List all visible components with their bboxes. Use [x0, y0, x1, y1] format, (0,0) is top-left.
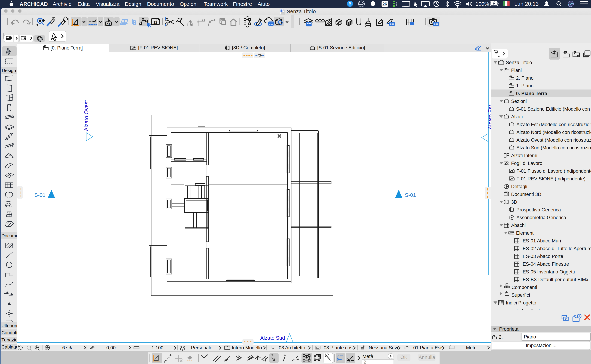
svg-text:IES-03 Abaco Porte: IES-03 Abaco Porte — [521, 254, 563, 259]
svg-text:Abachi: Abachi — [511, 223, 526, 228]
svg-text:0. Piano Terra: 0. Piano Terra — [516, 91, 547, 96]
svg-text:03 Architetto...: 03 Architetto... — [279, 345, 309, 351]
svg-text:Tubazio: Tubazio — [1, 337, 18, 343]
svg-text:26: 26 — [382, 2, 387, 6]
svg-text:Lun 20:13: Lun 20:13 — [514, 1, 539, 7]
svg-text:OK: OK — [400, 354, 408, 360]
svg-text:2: 2 — [364, 359, 366, 364]
svg-text:Sezioni: Sezioni — [511, 99, 527, 104]
svg-text:Alzato Nord (Modello con ricos: Alzato Nord (Modello con ricostruzione a — [516, 130, 591, 135]
svg-text:F-01 Flusso di Lavoro (Indipen: F-01 Flusso di Lavoro (Indipendente) — [516, 169, 591, 174]
svg-text:Condutt: Condutt — [1, 330, 18, 335]
svg-text:3D: 3D — [511, 199, 517, 205]
svg-text:Impostazioni...: Impostazioni... — [526, 343, 557, 348]
svg-text:Metà: Metà — [362, 354, 373, 359]
svg-text:Personale: Personale — [191, 345, 212, 351]
svg-text:S-01: S-01 — [405, 192, 416, 198]
svg-text:67%: 67% — [62, 345, 72, 351]
svg-text:Ulteriori: Ulteriori — [1, 323, 17, 328]
svg-text:Prospettiva Generica: Prospettiva Generica — [516, 207, 561, 213]
svg-text:Alzato Sud: Alzato Sud — [260, 335, 285, 341]
svg-text:Alzati Interni: Alzati Interni — [511, 153, 538, 158]
svg-text:Metri: Metri — [466, 345, 477, 351]
svg-text:Piano: Piano — [524, 334, 536, 339]
svg-text:IES-01 Abaco Muri: IES-01 Abaco Muri — [521, 238, 561, 243]
svg-text:S-01 Sezione Edificio (Modello: S-01 Sezione Edificio (Modello con ricos… — [516, 106, 591, 112]
svg-text:Alzato Sud (Modello con ricost: Alzato Sud (Modello con ricostruzione au — [516, 145, 591, 150]
svg-text:Elementi: Elementi — [516, 230, 535, 236]
svg-text:Assonometria Generica: Assonometria Generica — [516, 215, 566, 220]
svg-text:Alzato Est: Alzato Est — [487, 105, 491, 130]
svg-text:Fogli di Lavoro: Fogli di Lavoro — [511, 161, 542, 166]
svg-text:Superfici: Superfici — [511, 292, 530, 298]
svg-text:IES-02 Abaco di Tutte le Apert: IES-02 Abaco di Tutte le Aperture — [521, 246, 591, 251]
svg-text:Docume: Docume — [1, 233, 19, 238]
svg-text:Annulla: Annulla — [418, 354, 435, 360]
svg-text:δ: δ — [349, 2, 351, 6]
svg-text:Cablagg: Cablagg — [1, 344, 19, 350]
svg-text:03 Piante cos...: 03 Piante cos... — [324, 345, 357, 351]
svg-text:Alzato Ovest (Modello con rico: Alzato Ovest (Modello con ricostruzione — [516, 137, 591, 143]
svg-text:Documenti 3D: Documenti 3D — [511, 192, 541, 197]
svg-text:1. Piano: 1. Piano — [516, 83, 533, 88]
svg-text:Intero Modello: Intero Modello — [232, 345, 262, 351]
svg-text:0,00°: 0,00° — [106, 345, 117, 351]
svg-text:F-01 REVISIONE (Indipendente): F-01 REVISIONE (Indipendente) — [516, 176, 585, 182]
svg-text:1:100: 1:100 — [152, 345, 163, 351]
svg-text:Design: Design — [2, 68, 16, 73]
svg-text:01 Pianta Esis...: 01 Pianta Esis... — [413, 345, 448, 351]
svg-text:XY: XY — [106, 22, 110, 25]
svg-text:Senza Titolo: Senza Titolo — [506, 60, 532, 65]
svg-text:Alzato Est (Modello con ricost: Alzato Est (Modello con ricostruzione au… — [516, 122, 591, 127]
svg-text:Piani: Piani — [511, 68, 522, 73]
svg-text:100%: 100% — [476, 1, 489, 7]
svg-text:IES-05 Inventario Oggetti: IES-05 Inventario Oggetti — [521, 269, 575, 274]
svg-text:Indici Progetto: Indici Progetto — [506, 300, 536, 306]
svg-text:S-01: S-01 — [34, 192, 46, 198]
svg-text:2. Piano: 2. Piano — [516, 75, 533, 81]
svg-text:Dettagli: Dettagli — [511, 184, 527, 189]
svg-text:IES-BX Default per output BIMx: IES-BX Default per output BIMx — [521, 277, 588, 282]
svg-text:Proprietà: Proprietà — [499, 326, 519, 332]
svg-text:Componenti: Componenti — [511, 285, 537, 290]
svg-text:Alzato Ovest: Alzato Ovest — [83, 100, 89, 131]
svg-text:Nessuna Sovr...: Nessuna Sovr... — [369, 345, 402, 351]
svg-text:2.: 2. — [499, 334, 503, 340]
svg-text:IES-04 Abaco Finestre: IES-04 Abaco Finestre — [521, 261, 569, 267]
svg-text:12: 12 — [153, 20, 157, 24]
svg-text:Alzati: Alzati — [511, 114, 523, 119]
